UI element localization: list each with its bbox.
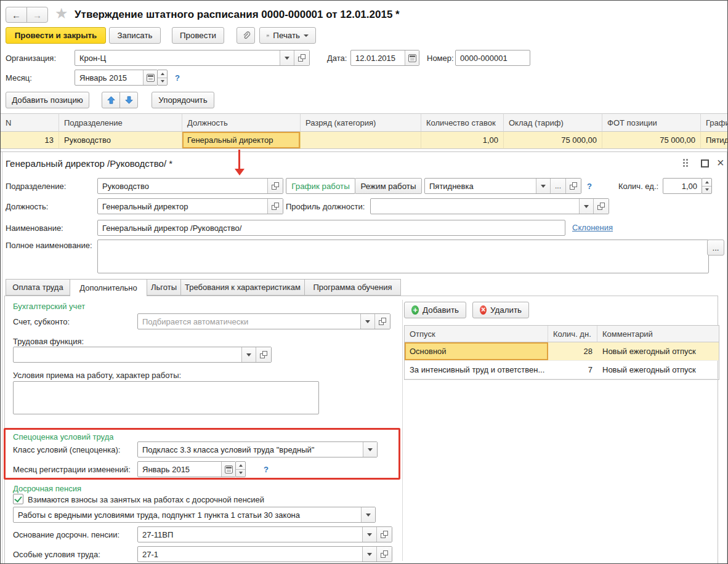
registration-month-input[interactable]: Январь 2015 — [137, 461, 236, 477]
positions-cell-fot[interactable]: 75 000,00 — [602, 132, 701, 149]
work-type-dropdown-button[interactable] — [361, 507, 375, 522]
maximize-icon[interactable] — [701, 159, 709, 167]
organization-input[interactable]: Крон-Ц — [75, 50, 310, 66]
position-input[interactable]: Генеральный директор — [97, 198, 283, 214]
account-dropdown-button[interactable] — [360, 314, 374, 329]
work-type-value[interactable]: Работы с вредными условиями труда, подпу… — [14, 507, 361, 522]
schedule-value[interactable]: Пятидневка — [425, 179, 536, 193]
print-button[interactable]: Печать — [259, 27, 316, 44]
pension-checkbox[interactable] — [13, 494, 23, 504]
vacation-add-button[interactable]: Добавить — [404, 302, 466, 318]
pension-basis-value[interactable]: 27-11ВП — [138, 527, 362, 542]
post-and-close-button[interactable]: Провести и закрыть — [6, 27, 106, 44]
department-input[interactable]: Руководство — [97, 178, 283, 194]
labor-function-dropdown-button[interactable] — [241, 347, 256, 362]
month-spinner[interactable] — [157, 70, 168, 86]
labor-function-value[interactable] — [14, 347, 241, 362]
declensions-link[interactable]: Склонения — [572, 223, 613, 232]
order-button[interactable]: Упорядочить — [152, 92, 214, 108]
work-type-input[interactable]: Работы с вредными условиями труда, подпу… — [13, 507, 376, 523]
schedule-more-button[interactable]: ... — [550, 179, 565, 193]
vacations-header-days[interactable]: Колич. дн. — [548, 326, 597, 342]
registration-month-spinner[interactable] — [235, 461, 246, 477]
spinner-up-button[interactable] — [702, 179, 711, 187]
month-value[interactable]: Январь 2015 — [75, 70, 143, 85]
spinner-up-button[interactable] — [236, 462, 245, 470]
add-position-button[interactable]: Добавить позицию — [6, 92, 89, 108]
department-open-button[interactable] — [267, 179, 283, 193]
number-value[interactable]: 0000-000001 — [456, 50, 530, 65]
account-input[interactable]: Подбирается автоматически — [137, 313, 390, 329]
positions-header-schedule[interactable]: График работы — [701, 113, 728, 132]
vacation-delete-button[interactable]: Удалить — [472, 302, 529, 318]
work-schedule-toggle-button[interactable]: График работы — [286, 178, 355, 194]
vacation-cell-days[interactable]: 7 — [548, 361, 597, 379]
conditions-class-input[interactable]: Подкласс 3.3 класса условий труда "вредн… — [137, 441, 378, 457]
vacations-header-comment[interactable]: Комментарий — [597, 326, 719, 342]
month-input[interactable]: Январь 2015 — [75, 70, 158, 86]
conditions-class-value[interactable]: Подкласс 3.3 класса условий труда "вредн… — [138, 442, 363, 457]
name-input[interactable]: Генеральный директор /Руководство/ — [97, 220, 565, 236]
vacation-cell-comment[interactable]: Новый ежегодный отпуск — [597, 342, 719, 361]
positions-cell-schedule[interactable]: Пятидневка — [701, 132, 728, 149]
back-button[interactable]: ← — [6, 7, 27, 23]
tab-benefits[interactable]: Льготы — [147, 279, 181, 296]
post-button[interactable]: Провести — [172, 27, 224, 44]
profile-dropdown-button[interactable] — [579, 199, 593, 214]
vacation-cell-type-selected[interactable]: Основной — [405, 342, 548, 361]
month-calendar-button[interactable] — [143, 70, 157, 85]
month-help-link[interactable]: ? — [175, 73, 180, 83]
full-name-more-button[interactable]: ... — [707, 240, 724, 256]
spinner-down-button[interactable] — [702, 187, 711, 194]
positions-cell-rate-count[interactable]: 1,00 — [421, 132, 504, 149]
number-input[interactable]: 0000-000001 — [455, 50, 530, 66]
date-value[interactable]: 12.01.2015 — [351, 50, 405, 65]
positions-header-fot[interactable]: ФОТ позиции — [602, 113, 701, 132]
more-actions-icon[interactable] — [683, 159, 685, 161]
registration-month-help-link[interactable]: ? — [264, 465, 269, 474]
registration-month-value[interactable]: Январь 2015 — [138, 462, 221, 477]
close-icon[interactable]: × — [717, 158, 724, 167]
labor-function-input[interactable] — [13, 347, 272, 363]
account-open-button[interactable] — [374, 314, 390, 329]
positions-header-position[interactable]: Должность — [182, 113, 301, 132]
spinner-down-button[interactable] — [236, 470, 245, 477]
profile-open-button[interactable] — [593, 199, 609, 214]
profile-input[interactable] — [370, 198, 609, 214]
conditions-class-dropdown-button[interactable] — [363, 442, 377, 457]
spinner-up-button[interactable] — [158, 70, 167, 78]
forward-button[interactable]: → — [26, 7, 48, 23]
positions-header-n[interactable]: N — [1, 113, 59, 132]
spinner-down-button[interactable] — [158, 78, 167, 86]
positions-cell-grade[interactable] — [301, 132, 421, 149]
positions-header-rate-count[interactable]: Количество ставок — [421, 113, 504, 132]
positions-header-salary[interactable]: Оклад (тариф) — [504, 113, 602, 132]
date-input[interactable]: 12.01.2015 — [350, 50, 419, 66]
name-value[interactable]: Генеральный директор /Руководство/ — [98, 220, 565, 235]
pension-basis-open-button[interactable] — [376, 527, 392, 542]
account-placeholder[interactable]: Подбирается автоматически — [138, 314, 360, 329]
labor-function-open-button[interactable] — [256, 347, 271, 362]
pension-basis-input[interactable]: 27-11ВП — [137, 526, 392, 542]
schedule-dropdown-button[interactable] — [536, 179, 550, 193]
date-calendar-button[interactable] — [405, 50, 419, 65]
special-conditions-dropdown-button[interactable] — [362, 547, 376, 562]
save-button[interactable]: Записать — [109, 27, 161, 44]
special-conditions-input[interactable]: 27-1 — [137, 546, 392, 562]
organization-open-button[interactable] — [294, 50, 309, 65]
tab-additional[interactable]: Дополнительно — [70, 279, 147, 296]
positions-header-grade[interactable]: Разряд (категория) — [301, 113, 421, 132]
vacation-cell-type[interactable]: За интенсивный труд и ответствен... — [405, 361, 548, 379]
profile-value[interactable] — [371, 199, 579, 214]
organization-value[interactable]: Крон-Ц — [75, 50, 280, 65]
position-open-button[interactable] — [267, 199, 283, 214]
favorite-star-icon[interactable]: ★ — [55, 6, 68, 21]
organization-dropdown-button[interactable] — [280, 50, 294, 65]
tab-salary[interactable]: Оплата труда — [6, 279, 70, 296]
vacation-cell-days[interactable]: 28 — [548, 342, 597, 361]
registration-month-calendar-button[interactable] — [221, 462, 235, 477]
positions-cell-position-selected[interactable]: Генеральный директор — [182, 132, 301, 149]
special-conditions-open-button[interactable] — [376, 547, 392, 562]
department-value[interactable]: Руководство — [98, 179, 267, 193]
vacations-header-type[interactable]: Отпуск — [405, 326, 548, 342]
